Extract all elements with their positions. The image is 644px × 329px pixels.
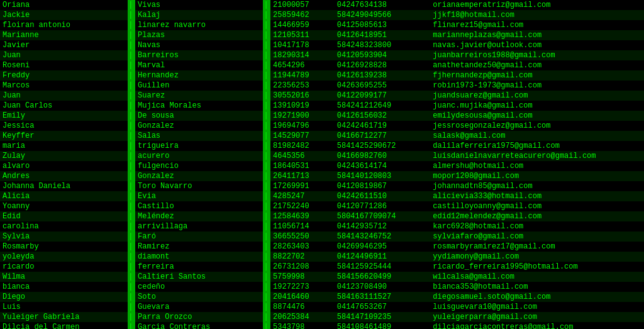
divider: |: [263, 201, 270, 211]
email-address: edid12melendez@gmail.com: [430, 211, 644, 221]
divider: |: [263, 221, 270, 231]
table-row: Marianne | Plazas | 12105311 04126418951…: [0, 30, 644, 40]
table-row: Javier | Navas | 10417178 584248323800 n…: [0, 40, 644, 50]
last-name: Toro Navarro: [135, 181, 263, 191]
divider: |: [128, 60, 135, 70]
first-name: Alicia: [0, 191, 128, 201]
phone-number: 04263695255: [335, 81, 431, 91]
email-address: sylviafaro@gmail.com: [430, 231, 644, 242]
id-number: 36655250: [270, 231, 335, 242]
divider: |: [128, 91, 135, 101]
first-name: Freddy: [0, 70, 128, 81]
divider: |: [128, 191, 135, 201]
id-number: 4654296: [270, 60, 335, 70]
divider: |: [263, 151, 270, 161]
last-name: trigueira: [135, 141, 263, 151]
divider: |: [263, 292, 270, 302]
divider: |: [128, 312, 135, 322]
table-row: Juan Carlos | Mujica Morales | 13910919 …: [0, 101, 644, 111]
id-number: 4285247: [270, 191, 335, 201]
table-row: Roseni | Marval | 4654296 04126928828 an…: [0, 60, 644, 70]
last-name: Suarez: [135, 91, 263, 101]
email-address: robin1973-1973@gmail.com: [430, 81, 644, 91]
phone-number: 04125085613: [335, 20, 431, 30]
divider: |: [263, 312, 270, 322]
first-name: ricardo: [0, 262, 128, 272]
divider: |: [128, 131, 135, 141]
table-row: Alicia | Evia | 4285247 04242611510 alic…: [0, 191, 644, 201]
last-name: De sousa: [135, 111, 263, 121]
email-address: jjkf18@hotmail.com: [430, 10, 644, 20]
first-name: bianca: [0, 282, 128, 292]
table-row: Marcos | Guillen | 22356253 04263695255 …: [0, 81, 644, 91]
id-number: 19272273: [270, 282, 335, 292]
id-number: 20416460: [270, 292, 335, 302]
divider: |: [128, 171, 135, 181]
divider: |: [128, 322, 135, 329]
divider: |: [263, 242, 270, 252]
id-number: 11056714: [270, 221, 335, 231]
phone-number: 584163111527: [335, 292, 431, 302]
data-table: Oriana | Vivas | 21000057 04247634138 or…: [0, 0, 644, 329]
table-row: Oriana | Vivas | 21000057 04247634138 or…: [0, 0, 644, 10]
phone-number: 584156620499: [335, 272, 431, 282]
divider: |: [263, 181, 270, 191]
divider: |: [128, 50, 135, 60]
phone-number: 04243614174: [335, 161, 431, 171]
id-number: 10417178: [270, 40, 335, 50]
last-name: Castillo: [135, 201, 263, 211]
divider: |: [263, 40, 270, 50]
last-name: Gonzalez: [135, 121, 263, 131]
id-number: 26411713: [270, 171, 335, 181]
divider: |: [128, 272, 135, 282]
phone-number: 584125925444: [335, 262, 431, 272]
last-name: Gonzalez: [135, 171, 263, 181]
id-number: 12584639: [270, 211, 335, 221]
id-number: 30552016: [270, 91, 335, 101]
table-row: Juan | Barreiros | 18290314 04120593904 …: [0, 50, 644, 60]
divider: |: [263, 121, 270, 131]
first-name: Johanna Daniela: [0, 181, 128, 191]
id-number: 5759998: [270, 272, 335, 282]
divider: |: [263, 50, 270, 60]
phone-number: 04247634138: [335, 0, 431, 10]
divider: |: [263, 70, 270, 81]
table-row: bianca | cedeño | 19272273 04123708490 b…: [0, 282, 644, 292]
divider: |: [128, 201, 135, 211]
phone-number: 04123708490: [335, 282, 431, 292]
first-name: Jessica: [0, 121, 128, 131]
phone-number: 04126139238: [335, 70, 431, 81]
table-row: alvaro | fulgencio | 18640531 0424361417…: [0, 161, 644, 171]
divider: |: [128, 211, 135, 221]
last-name: fulgencio: [135, 161, 263, 171]
table-row: floiran antonio | linarez navarro | 1446…: [0, 20, 644, 30]
first-name: Luis: [0, 302, 128, 312]
first-name: carolina: [0, 221, 128, 231]
id-number: 19694796: [270, 121, 335, 131]
divider: |: [263, 272, 270, 282]
id-number: 28263403: [270, 242, 335, 252]
phone-number: 04269946295: [335, 242, 431, 252]
id-number: 14466959: [270, 20, 335, 30]
divider: |: [128, 252, 135, 262]
id-number: 8822702: [270, 252, 335, 262]
phone-number: 04126928828: [335, 60, 431, 70]
first-name: Dilcia del Carmen: [0, 322, 128, 329]
id-number: 13910919: [270, 101, 335, 111]
email-address: yuleigerparra@gmail.com: [430, 312, 644, 322]
table-row: Zulay | acurero | 4645356 04166982760 lu…: [0, 151, 644, 161]
table-row: Emily | De sousa | 19271900 04126156032 …: [0, 111, 644, 121]
divider: |: [263, 141, 270, 151]
phone-number: 5841425290672: [335, 141, 431, 151]
divider: |: [263, 171, 270, 181]
id-number: 12105311: [270, 30, 335, 40]
divider: |: [128, 30, 135, 40]
id-number: 17269991: [270, 181, 335, 191]
first-name: Marianne: [0, 30, 128, 40]
last-name: Salas: [135, 131, 263, 141]
first-name: Yuleiger Gabriela: [0, 312, 128, 322]
phone-number: 04242461719: [335, 121, 431, 131]
divider: |: [128, 151, 135, 161]
divider: |: [128, 181, 135, 191]
divider: |: [263, 161, 270, 171]
